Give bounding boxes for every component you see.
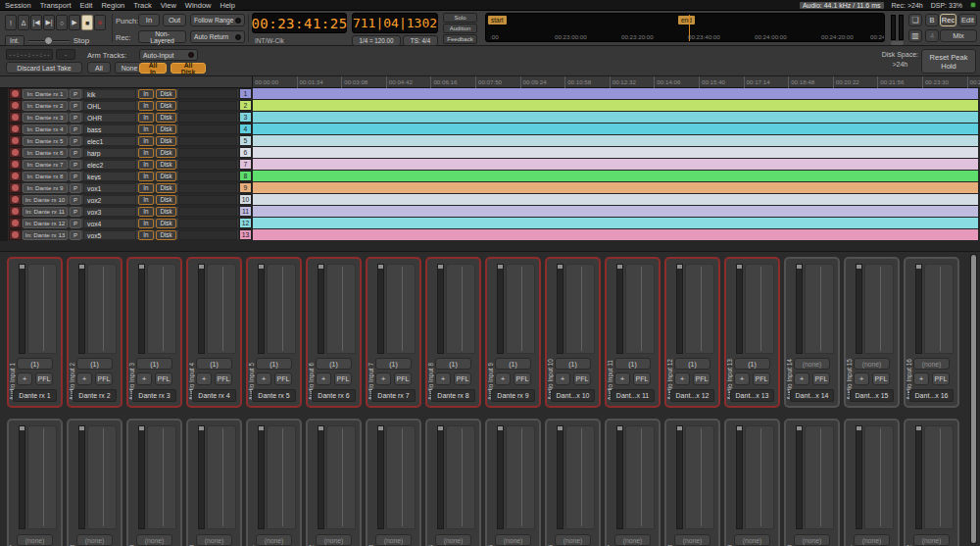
- track-lane-region[interactable]: [253, 100, 978, 111]
- all-disk-button[interactable]: All Disk: [171, 63, 206, 74]
- input-count-button[interactable]: (none): [913, 534, 950, 546]
- track-name-field[interactable]: kik: [83, 89, 136, 99]
- strip-fader-panel[interactable]: [625, 264, 655, 354]
- strip-fader-panel[interactable]: [805, 264, 834, 354]
- meter-mode-icon[interactable]: ▥: [908, 29, 922, 42]
- monitor-disk-button[interactable]: Disk: [156, 160, 176, 170]
- strip-fader-panel[interactable]: [924, 264, 954, 354]
- pfl-button[interactable]: PFL: [35, 372, 53, 385]
- input-port-name[interactable]: Dant...x 10: [551, 389, 595, 402]
- strip-fader-panel[interactable]: [506, 264, 535, 354]
- playlist-button[interactable]: P: [70, 172, 81, 181]
- monitor-disk-button[interactable]: Disk: [156, 136, 176, 146]
- add-track-from-input-button[interactable]: +: [674, 372, 690, 385]
- strip-fader-panel[interactable]: [864, 425, 894, 529]
- sync-source-button[interactable]: Int.: [5, 35, 24, 46]
- pfl-button[interactable]: PFL: [812, 372, 830, 385]
- input-port-button[interactable]: In: Dante rx 8: [23, 172, 68, 181]
- add-track-from-input-button[interactable]: +: [614, 372, 630, 385]
- pfl-button[interactable]: PFL: [573, 372, 591, 385]
- track-name-field[interactable]: OHL: [83, 101, 136, 111]
- tab-mixer[interactable]: Mix: [940, 29, 977, 42]
- pfl-button[interactable]: PFL: [514, 372, 531, 385]
- record-enable-button[interactable]: [9, 159, 22, 170]
- primary-clock[interactable]: 00:23:41:25: [252, 13, 347, 33]
- monitor-input-button[interactable]: In: [138, 219, 154, 228]
- shuttle-slider[interactable]: [28, 35, 70, 46]
- input-port-button[interactable]: In: Dante rx 7: [23, 160, 68, 170]
- strip-fader-panel[interactable]: [267, 425, 296, 529]
- input-count-button[interactable]: (1): [614, 358, 651, 370]
- record-enable-button[interactable]: [9, 218, 22, 228]
- track-lane-region[interactable]: [253, 159, 978, 170]
- add-track-from-input-button[interactable]: +: [854, 372, 869, 385]
- add-track-from-input-button[interactable]: +: [435, 372, 451, 385]
- punch-out-button[interactable]: Out: [163, 14, 186, 26]
- input-count-button[interactable]: (none): [375, 534, 412, 546]
- record-enable-button[interactable]: [9, 194, 22, 205]
- input-count-button[interactable]: (none): [794, 358, 830, 370]
- track-name-field[interactable]: vox3: [83, 207, 136, 217]
- input-count-button[interactable]: (none): [854, 358, 890, 370]
- strip-fader-panel[interactable]: [685, 264, 714, 354]
- track-name-field[interactable]: elec1: [83, 136, 136, 146]
- input-port-name[interactable]: Dante rx 9: [491, 389, 535, 402]
- add-track-from-input-button[interactable]: +: [256, 372, 271, 385]
- input-port-name[interactable]: Dant...x 13: [730, 389, 774, 402]
- record-enable-button[interactable]: [9, 147, 22, 158]
- metronome-icon[interactable]: Δ: [18, 15, 29, 30]
- input-port-name[interactable]: Dante rx 1: [13, 389, 57, 402]
- reset-peak-hold-button[interactable]: Reset Peak Hold: [921, 49, 976, 74]
- strip-fader-panel[interactable]: [924, 425, 954, 529]
- input-count-button[interactable]: (1): [674, 358, 710, 370]
- input-port-name[interactable]: Dante rx 7: [371, 389, 416, 402]
- add-track-from-input-button[interactable]: +: [375, 372, 391, 385]
- add-track-from-input-button[interactable]: +: [76, 372, 92, 385]
- track-name-field[interactable]: vox5: [83, 230, 136, 240]
- record-enable-button[interactable]: [9, 112, 22, 123]
- feedback-indicator[interactable]: Feedback: [443, 34, 477, 44]
- playlist-button[interactable]: P: [70, 113, 81, 123]
- input-port-name[interactable]: Dant...x 16: [909, 389, 954, 402]
- input-port-name[interactable]: Dant...x 11: [611, 389, 655, 402]
- playlist-button[interactable]: P: [70, 219, 81, 228]
- strip-fader-panel[interactable]: [625, 425, 655, 529]
- input-port-name[interactable]: Dant...x 12: [670, 389, 714, 402]
- strip-fader-panel[interactable]: [565, 264, 595, 354]
- end-marker[interactable]: end: [678, 16, 695, 25]
- monitor-disk-button[interactable]: Disk: [156, 219, 176, 228]
- monitor-input-button[interactable]: In: [138, 207, 154, 217]
- input-count-button[interactable]: (none): [435, 534, 471, 546]
- strip-fader-panel[interactable]: [326, 425, 356, 529]
- timecode-ruler[interactable]: 00:00:0000:01:3400:03:0800:04:4200:06:16…: [0, 76, 980, 88]
- record-enable-button[interactable]: [9, 229, 22, 240]
- mini-timeline[interactable]: start end :0000:23:00:0000:23:20:0000:23…: [485, 13, 885, 42]
- menu-item[interactable]: Session: [5, 1, 31, 10]
- input-count-button[interactable]: (none): [76, 534, 113, 546]
- strip-fader-panel[interactable]: [864, 264, 894, 354]
- menu-item[interactable]: Transport: [40, 1, 72, 10]
- record-enable-button[interactable]: [9, 182, 22, 193]
- playlist-button[interactable]: P: [70, 148, 81, 158]
- strip-fader-panel[interactable]: [446, 264, 475, 354]
- track-name-field[interactable]: vox2: [83, 195, 136, 205]
- strip-fader-panel[interactable]: [386, 264, 416, 354]
- track-lane-region[interactable]: [253, 147, 978, 158]
- monitor-disk-button[interactable]: Disk: [156, 148, 176, 158]
- pfl-button[interactable]: PFL: [95, 372, 113, 385]
- track-name-field[interactable]: bass: [83, 124, 136, 134]
- input-count-button[interactable]: (none): [913, 358, 950, 370]
- input-count-button[interactable]: (none): [17, 534, 53, 546]
- track-name-field[interactable]: keys: [83, 172, 136, 181]
- playlist-button[interactable]: P: [70, 101, 81, 111]
- strip-fader-panel[interactable]: [87, 425, 117, 529]
- strip-fader-panel[interactable]: [326, 264, 356, 354]
- input-count-button[interactable]: (none): [316, 534, 352, 546]
- strip-fader-panel[interactable]: [745, 264, 774, 354]
- strip-fader-panel[interactable]: [27, 425, 57, 529]
- arm-all-button[interactable]: All: [87, 62, 111, 74]
- playlist-button[interactable]: P: [70, 136, 81, 146]
- secondary-clock[interactable]: 711|04|1302: [352, 13, 438, 33]
- track-lane-region[interactable]: [253, 112, 978, 123]
- input-count-button[interactable]: (none): [256, 534, 292, 546]
